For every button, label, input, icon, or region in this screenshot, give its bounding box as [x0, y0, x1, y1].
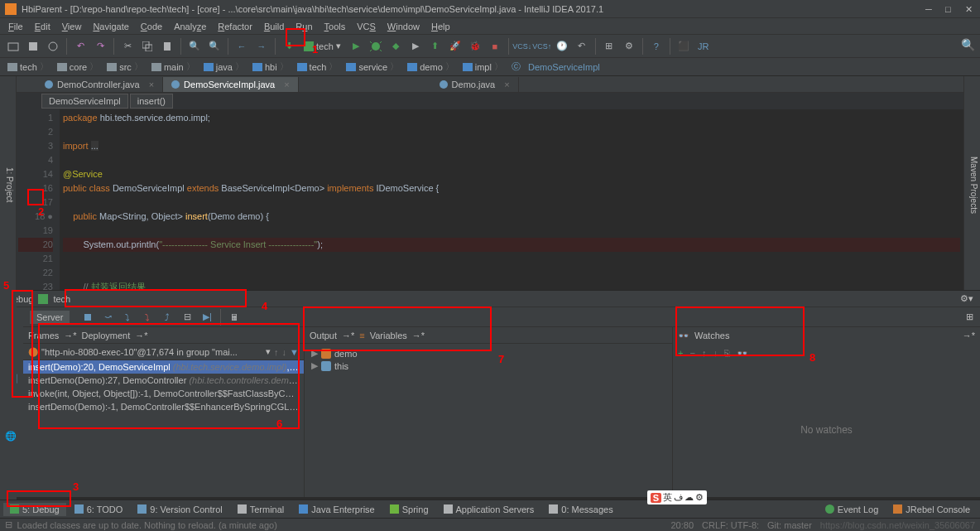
nav-hbi[interactable]: hbi〉 — [248, 60, 293, 73]
menu-analyze[interactable]: Analyze — [169, 20, 211, 33]
vcs-revert-icon[interactable]: ↶ — [574, 38, 590, 55]
annotation-1: 1 — [312, 43, 318, 56]
bottom-tab-spring[interactable]: Spring — [383, 503, 435, 516]
nav-class[interactable]: ⓒ DemoServiceImpl — [507, 60, 604, 73]
svg-rect-0 — [8, 43, 18, 51]
menu-build[interactable]: Build — [259, 20, 289, 33]
bottom-tab-vcs[interactable]: 9: Version Control — [131, 503, 228, 516]
search-everywhere-icon[interactable]: 🔍 — [961, 38, 975, 51]
copy-icon[interactable] — [139, 38, 156, 55]
stop-icon[interactable]: ■ — [487, 38, 503, 55]
bottom-tab-terminal[interactable]: Terminal — [231, 503, 291, 516]
maximize-button[interactable]: □ — [945, 4, 955, 14]
minimize-button[interactable]: ─ — [925, 4, 935, 14]
nav-impl[interactable]: impl〉 — [459, 60, 507, 73]
code-editor[interactable]: 1234 141617 18 ●19 20 21222324252627 pac… — [17, 109, 963, 290]
help-icon[interactable]: ? — [648, 38, 665, 55]
annotation-4: 4 — [262, 300, 267, 312]
web-icon[interactable]: 🌐 — [5, 431, 17, 442]
nav-tech2[interactable]: tech〉 — [293, 60, 343, 73]
settings-icon[interactable]: ⚙ — [621, 38, 637, 55]
bc-class[interactable]: DemoServiceImpl — [41, 94, 128, 109]
redo-icon[interactable]: ↷ — [92, 38, 108, 55]
annotation-5: 5 — [3, 279, 9, 292]
editor-tabs: DemoController.java× DemoServiceImpl.jav… — [17, 76, 963, 93]
code-body[interactable]: package hbi.tech.service.demo.impl; impo… — [60, 109, 963, 290]
undo-icon[interactable]: ↶ — [72, 38, 89, 55]
menu-window[interactable]: Window — [382, 20, 425, 33]
nav-src[interactable]: src〉 — [103, 60, 147, 73]
run-icon[interactable]: ▶ — [348, 38, 364, 55]
bottom-tab-jrebelconsole[interactable]: JRebel Console — [886, 503, 977, 516]
menu-edit[interactable]: Edit — [30, 20, 55, 33]
save-icon[interactable] — [25, 38, 41, 55]
project-tool-tab[interactable]: 1: Project — [3, 164, 16, 205]
menu-help[interactable]: Help — [426, 20, 455, 33]
jr-icon2[interactable]: JR — [695, 38, 712, 55]
git-branch[interactable]: Git: master — [767, 520, 812, 530]
editor-tab-demoserviceimpl[interactable]: DemoServiceImpl.java× — [163, 77, 298, 92]
menu-view[interactable]: View — [57, 20, 87, 33]
attach-icon[interactable]: ⬆ — [427, 38, 444, 55]
find-icon[interactable]: 🔍 — [186, 38, 203, 55]
open-icon[interactable] — [5, 38, 22, 55]
vcs-history-icon[interactable]: 🕐 — [554, 38, 570, 55]
vcs-update-icon[interactable]: VCS↓ — [514, 38, 531, 55]
status-bar: ⊟ Loaded classes are up to date. Nothing… — [0, 518, 980, 531]
editor-tab-democontroller[interactable]: DemoController.java× — [36, 77, 163, 92]
nav-main[interactable]: main〉 — [147, 60, 199, 73]
layout-icon[interactable]: ⊞ — [966, 311, 973, 322]
bottom-tab-jee[interactable]: Java Enterprise — [292, 503, 381, 516]
close-button[interactable]: ✕ — [965, 4, 975, 14]
bottom-tab-eventlog[interactable]: Event Log — [819, 503, 886, 516]
ime-indicator[interactable]: S 英 ف☁⚙ — [647, 490, 707, 504]
bottom-tab-appservers[interactable]: Application Servers — [437, 503, 541, 516]
menu-refactor[interactable]: Refactor — [213, 20, 257, 33]
nav-core[interactable]: core〉 — [53, 60, 103, 73]
menu-code[interactable]: Code — [136, 20, 167, 33]
main-toolbar: ↶ ↷ ✂ 🔍 🔍 ← → ⬇ tech ▾ ▶ ◆ ▶ ⬆ 🚀 🐞 ■ VCS… — [0, 35, 980, 58]
svg-rect-13 — [84, 314, 91, 321]
bottom-tab-todo[interactable]: 6: TODO — [68, 503, 130, 516]
structure-icon[interactable]: ⊞ — [601, 38, 617, 55]
annotation-box-6 — [38, 323, 300, 429]
coverage-icon[interactable]: ◆ — [387, 38, 404, 55]
debug-icon[interactable] — [368, 38, 384, 55]
sync-icon[interactable] — [45, 38, 61, 55]
annotation-2: 2 — [38, 205, 44, 218]
bc-method[interactable]: insert() — [130, 94, 173, 109]
var-item[interactable]: ▶this — [308, 360, 669, 372]
server-tab[interactable]: Server — [30, 311, 70, 324]
maven-tool-tab[interactable]: Maven Projects — [968, 153, 980, 217]
forward-icon[interactable]: → — [253, 38, 270, 55]
menu-tools[interactable]: Tools — [319, 20, 351, 33]
replace-icon[interactable]: 🔍 — [206, 38, 223, 55]
run-config-selector[interactable]: tech ▾ — [300, 41, 344, 51]
status-icon[interactable]: ⊟ — [5, 519, 12, 530]
back-icon[interactable]: ← — [233, 38, 250, 55]
jr-icon1[interactable]: ⬛ — [675, 38, 692, 55]
profile-icon[interactable]: ▶ — [407, 38, 424, 55]
annotation-box-5 — [12, 290, 33, 398]
nav-java[interactable]: java〉 — [199, 60, 248, 73]
nav-demo[interactable]: demo〉 — [403, 60, 459, 73]
navigation-bar: tech〉 core〉 src〉 main〉 java〉 hbi〉 tech〉 … — [0, 58, 980, 76]
menu-file[interactable]: File — [3, 20, 28, 33]
menu-navigate[interactable]: Navigate — [88, 20, 133, 33]
debug-settings-icon[interactable]: ⚙▾ — [960, 293, 973, 304]
encoding[interactable]: CRLF: UTF-8: — [702, 520, 759, 530]
watermark: https://blog.csdn.net/weixin_35606067 — [820, 520, 975, 530]
variables-tree[interactable]: ▶demo ▶this — [305, 344, 672, 497]
menu-vcs[interactable]: VCS — [352, 20, 381, 33]
jrebel-run-icon[interactable]: 🚀 — [447, 38, 464, 55]
nav-service[interactable]: service〉 — [342, 60, 403, 73]
jrebel-debug-icon[interactable]: 🐞 — [467, 38, 483, 55]
cut-icon[interactable]: ✂ — [119, 38, 136, 55]
annotation-box-2 — [27, 189, 44, 205]
bottom-tab-messages[interactable]: 0: Messages — [542, 503, 619, 516]
nav-tech[interactable]: tech〉 — [3, 60, 53, 73]
paste-icon[interactable] — [159, 38, 175, 55]
annotation-7: 7 — [498, 353, 504, 365]
editor-tab-demo[interactable]: Demo.java× — [431, 77, 519, 92]
vcs-commit-icon[interactable]: VCS↑ — [534, 38, 550, 55]
